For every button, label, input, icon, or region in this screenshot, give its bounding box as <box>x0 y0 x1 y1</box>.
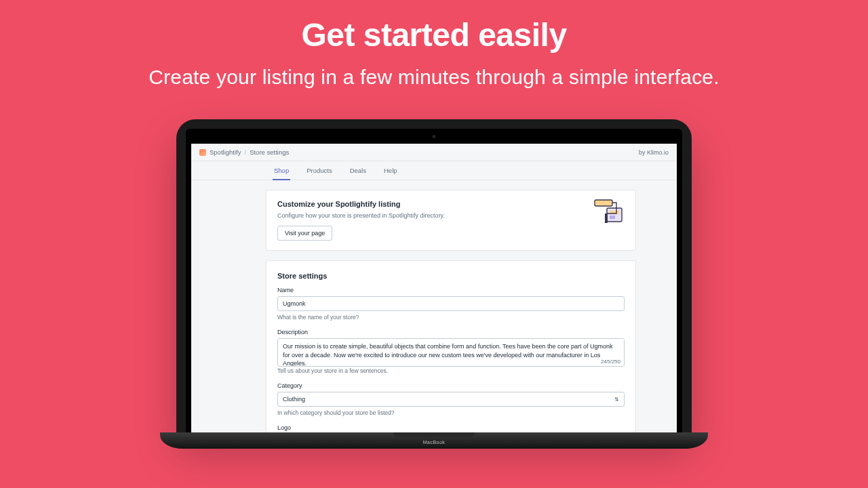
settings-card: Store settings Name What is the name of … <box>266 260 636 432</box>
trackpad-notch <box>393 432 475 437</box>
intro-title: Customize your Spotlightify listing <box>277 200 625 208</box>
field-name: Name What is the name of your store? <box>277 287 625 321</box>
hero-title: Get started easily <box>0 16 868 54</box>
breadcrumb-page: Store settings <box>250 148 289 156</box>
category-hint: In which category should your store be l… <box>277 409 625 416</box>
category-value: Clothing <box>283 396 305 403</box>
app-screen: Spotlightify / Store settings by Klimo.i… <box>191 144 677 432</box>
category-select[interactable]: Clothing ⇅ <box>277 392 625 407</box>
svg-rect-0 <box>607 208 622 222</box>
laptop-base: MacBook <box>160 432 708 449</box>
category-label: Category <box>277 382 625 389</box>
laptop-mockup: Spotlightify / Store settings by Klimo.i… <box>176 119 692 449</box>
intro-card: Customize your Spotlightify listing Conf… <box>266 190 636 251</box>
tab-help[interactable]: Help <box>382 161 399 180</box>
name-label: Name <box>277 287 625 293</box>
description-hint: Tell us about your store in a few senten… <box>277 367 625 374</box>
tab-deals[interactable]: Deals <box>349 161 368 180</box>
breadcrumb-app[interactable]: Spotlightify <box>210 148 241 156</box>
visit-page-button[interactable]: Visit your page <box>277 226 332 241</box>
tab-shop[interactable]: Shop <box>273 161 290 180</box>
field-logo: Logo UGMONK <box>277 424 625 432</box>
topbar: Spotlightify / Store settings by Klimo.i… <box>191 144 677 161</box>
camera-dot <box>433 135 436 138</box>
logo-label: Logo <box>277 424 625 431</box>
hero-subtitle: Create your listing in a few minutes thr… <box>0 66 868 89</box>
breadcrumb: Spotlightify / Store settings <box>199 148 289 156</box>
svg-rect-3 <box>595 200 612 206</box>
laptop-brand: MacBook <box>423 440 446 445</box>
name-hint: What is the name of your store? <box>277 314 625 321</box>
svg-rect-4 <box>605 214 608 223</box>
app-icon <box>199 149 206 156</box>
paint-roller-icon <box>592 199 623 230</box>
byline[interactable]: by Klimo.io <box>639 149 669 156</box>
page-body: Customize your Spotlightify listing Conf… <box>191 180 677 432</box>
tab-products[interactable]: Products <box>305 161 334 180</box>
settings-title: Store settings <box>277 272 625 280</box>
description-counter: 245/250 <box>277 359 620 365</box>
svg-rect-2 <box>610 216 615 219</box>
name-input[interactable] <box>277 296 625 311</box>
breadcrumb-separator: / <box>244 148 246 156</box>
intro-subtitle: Configure how your store is presented in… <box>277 212 625 219</box>
field-description: Description 245/250 Tell us about your s… <box>277 329 625 374</box>
hero: Get started easily Create your listing i… <box>0 0 868 89</box>
chevron-updown-icon: ⇅ <box>614 396 619 403</box>
tab-bar: Shop Products Deals Help <box>191 161 677 180</box>
description-label: Description <box>277 329 625 336</box>
field-category: Category Clothing ⇅ In which category sh… <box>277 382 625 416</box>
